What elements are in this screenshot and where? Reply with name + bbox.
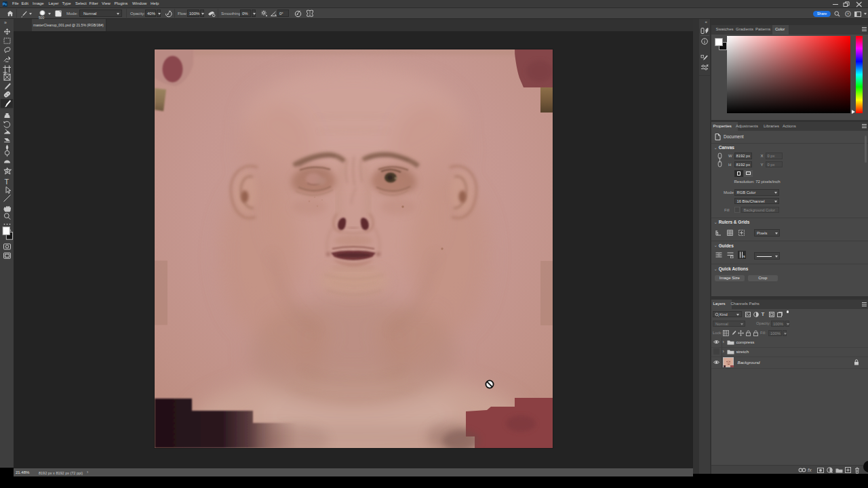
svg-text:»: » (4, 20, 7, 25)
svg-text:?: ? (846, 12, 848, 16)
svg-text:s: s (743, 254, 745, 258)
svg-text:T: T (5, 178, 9, 186)
